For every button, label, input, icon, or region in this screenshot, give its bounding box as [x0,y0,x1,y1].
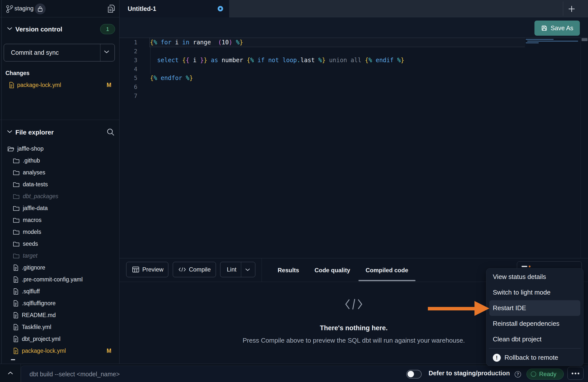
more-options-button[interactable] [567,367,584,380]
menu-item-view-status-details[interactable]: View status details [486,269,583,285]
menu-item-clean-dbt-project[interactable]: Clean dbt project [486,331,583,347]
menu-item-label: View status details [493,269,546,285]
chevron-down-icon[interactable] [104,50,109,54]
save-as-button[interactable]: Save As [534,21,580,36]
chevron-down-icon[interactable] [7,130,12,133]
sidebar: Version control 1 Commit and sync Change… [0,17,119,364]
code-line-4[interactable]: 4 [119,65,588,74]
status-icon [522,266,527,267]
folder-icon [13,253,20,259]
commit-and-sync-button[interactable]: Commit and sync [4,44,115,61]
code-line-content: select {{ i }} as number {% if not loop.… [150,56,404,65]
file-tree-item-dbt-packages[interactable]: dbt_packages [0,190,119,202]
editor-toolbar: Save As [119,17,588,38]
menu-item-label: Reinstall dependencies [493,316,559,331]
file-tree-label: Taskfile.yml [22,324,51,330]
file-tree-item-models[interactable]: models [0,226,119,238]
file-tree-item-jaffle-shop[interactable]: jaffle-shop [0,143,119,155]
code-line-6[interactable]: 6 [119,82,588,91]
file-tree-item-package-lock-yml[interactable]: package-lock.ymlM [0,345,119,357]
code-line-content: {% for i in range (10) %} [150,38,243,47]
folder-icon [13,217,20,223]
file-tree-label: jaffle-data [23,205,48,212]
file-tree-item-taskfile-yml[interactable]: Taskfile.yml [0,321,119,333]
copy-icon[interactable] [107,4,116,13]
file-tree-item-target[interactable]: target [0,250,119,262]
file-tree-item--pre-commit-config-yaml[interactable]: .pre-commit-config.yaml [0,273,119,285]
file-tree-item-analyses[interactable]: analyses [0,166,119,178]
commit-and-sync-label: Commit and sync [11,44,59,61]
unsaved-changes-dot[interactable] [218,6,223,11]
file-explorer-title[interactable]: File explorer [15,129,54,136]
file-tree-item-dbt-project-yml[interactable]: dbt_project.yml [0,333,119,345]
file-tree-item--github[interactable]: .github [0,155,119,166]
file-tree-label: .github [23,157,40,164]
tab-untitled-1[interactable]: Untitled-1 [119,0,230,17]
save-icon [541,25,548,31]
editor-tabstrip: Untitled-1 [119,0,588,17]
code-editor[interactable]: 1{% for i in range (10) %}23 select {{ i… [119,38,588,258]
code-line-1[interactable]: 1{% for i in range (10) %} [119,38,588,47]
minimap-line [526,39,554,40]
search-icon[interactable] [107,128,115,136]
menu-item-restart-ide[interactable]: Restart IDE [489,300,580,316]
annotation-arrow [427,298,491,319]
line-number: 7 [129,91,137,100]
changes-label: Changes [5,70,29,77]
folder-icon [13,241,20,247]
folder-icon [13,229,20,235]
file-tree-label: analyses [23,169,45,176]
changed-file-package-lock-yml[interactable]: package-lock.ymlM [0,79,119,91]
code-line-3[interactable]: 3 select {{ i }} as number {% if not loo… [119,56,588,65]
command-input[interactable] [29,368,377,380]
alert-icon: ! [493,354,501,362]
file-tree-item-readme-md[interactable]: README.md [0,309,119,321]
file-icon [13,264,19,271]
help-icon[interactable]: ? [515,371,521,378]
file-tree-item--gitignore[interactable]: .gitignore [0,262,119,273]
file-tree-label: .sqlfluff [22,288,40,295]
file-icon [13,312,19,319]
editor-scrollbar[interactable] [582,38,588,41]
file-tree-item-jaffle-data[interactable]: jaffle-data [0,202,119,214]
version-control-badge: 1 [100,24,115,34]
chevron-down-icon[interactable] [7,27,12,30]
new-tab-button[interactable] [567,4,576,13]
folder-icon [13,158,20,164]
minimap-line [526,42,539,43]
file-tree-label: models [23,229,41,235]
branch-name[interactable]: staging [14,5,33,12]
file-tree-label: dbt_project.yml [22,336,60,342]
file-tree-item-data-tests[interactable]: data-tests [0,178,119,190]
changes-list: package-lock.ymlM [0,79,119,91]
menu-item-reinstall-dependencies[interactable]: Reinstall dependencies [486,316,583,331]
dot [575,373,576,374]
file-tree-label: data-tests [23,181,48,188]
menu-item-rollback-to-remote[interactable]: !Rollback to remote [486,350,583,365]
code-line-5[interactable]: 5{% endfor %} [119,74,588,82]
menu-item-switch-to-light-mode[interactable]: Switch to light mode [486,285,583,300]
line-number: 5 [129,74,137,82]
minimap-border [581,38,581,258]
code-line-7[interactable]: 7 [119,91,588,100]
file-tree-label: package-lock.yml [22,348,66,354]
minimap[interactable] [526,39,580,44]
defer-toggle[interactable] [406,370,422,379]
file-tree-label: .sqlfluffignore [22,300,56,307]
folder-open-icon [7,146,14,152]
line-number: 3 [129,56,137,65]
file-tree-item-seeds[interactable]: seeds [0,238,119,250]
dot [572,373,573,374]
version-control-title[interactable]: Version control [15,26,62,33]
file-tree-item-macros[interactable]: macros [0,214,119,226]
save-as-label: Save As [551,25,573,32]
defer-label: Defer to staging/production [429,364,510,382]
code-line-2[interactable]: 2 [119,47,588,56]
ready-ring-icon [531,371,536,377]
file-tree-item-partial [11,359,15,360]
collapse-panel-button[interactable] [0,364,21,382]
status-badge[interactable]: Ready [527,369,564,380]
file-icon [13,276,19,283]
file-tree-item--sqlfluffignore[interactable]: .sqlfluffignore [0,297,119,309]
file-tree-item--sqlfluff[interactable]: .sqlfluff [0,285,119,297]
